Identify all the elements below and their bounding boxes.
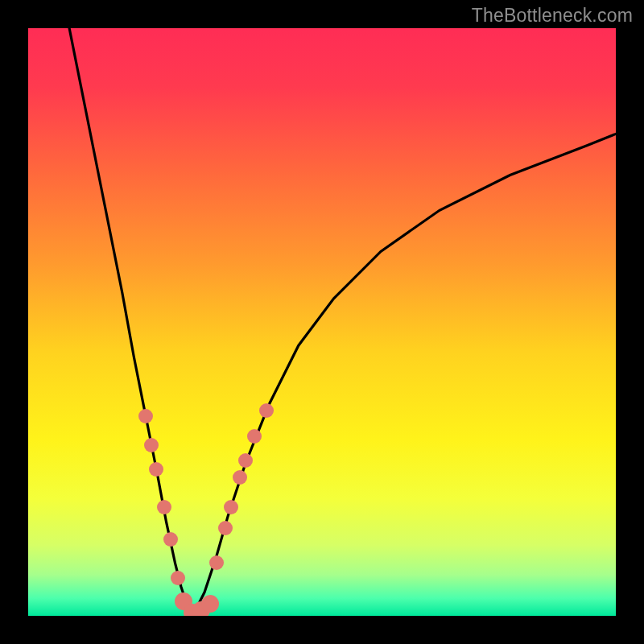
plot-area (28, 28, 616, 616)
chart-stage: TheBottleneck.com (0, 0, 644, 644)
data-dot (149, 462, 163, 477)
bottleneck-curve (28, 28, 616, 616)
data-dot (218, 521, 233, 535)
data-dot (157, 500, 171, 514)
watermark-text: TheBottleneck.com (472, 5, 633, 27)
curve-left-branch (69, 28, 192, 616)
data-dot (201, 595, 219, 613)
curve-right-branch (192, 134, 616, 616)
data-dot (224, 500, 238, 514)
data-dot (238, 453, 253, 468)
data-dot (233, 470, 247, 485)
data-dot (144, 438, 159, 452)
data-dot (171, 571, 185, 585)
data-dot (247, 429, 262, 444)
data-dot (163, 532, 178, 547)
data-dot (259, 403, 274, 418)
data-dot (138, 409, 153, 423)
data-dot (209, 555, 224, 570)
